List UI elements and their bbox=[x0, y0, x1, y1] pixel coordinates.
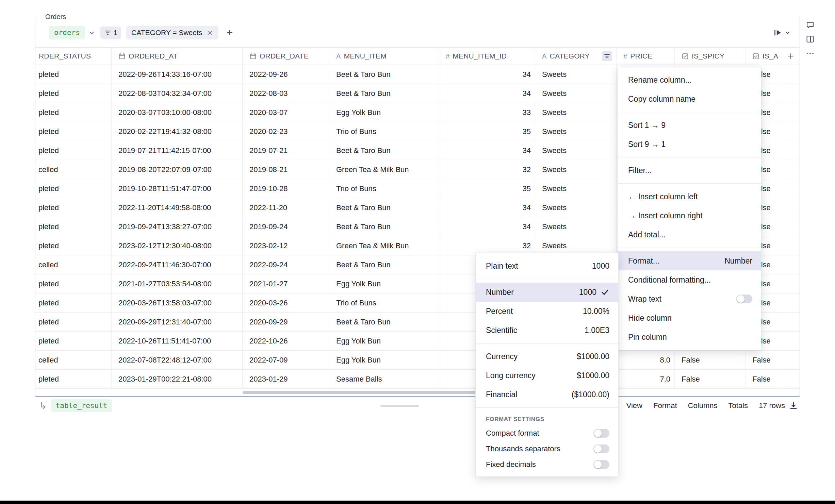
chevron-down-icon[interactable] bbox=[88, 29, 95, 36]
column-header-menu-item-id[interactable]: #MENU_ITEM_ID bbox=[439, 48, 535, 65]
menu-item-format[interactable]: Format...Number bbox=[618, 251, 761, 270]
add-filter-button[interactable] bbox=[224, 27, 236, 39]
cell-ordered-at[interactable]: 2020-03-07T03:10:00-08:00 bbox=[112, 103, 243, 122]
cell-menu-item-id[interactable]: 34 bbox=[439, 217, 535, 236]
cell-menu-item[interactable]: Green Tea & Milk Bun bbox=[329, 160, 439, 179]
column-header-is-a[interactable]: IS_A bbox=[746, 48, 781, 65]
cell-ordered-at[interactable]: 2020-02-22T19:41:32-08:00 bbox=[112, 122, 243, 141]
cell-menu-item-id[interactable]: 34 bbox=[439, 141, 535, 160]
toggle-switch[interactable] bbox=[736, 295, 752, 303]
cell-menu-item-id[interactable]: 32 bbox=[439, 160, 535, 179]
cell-ordered-at[interactable]: 2020-03-26T13:58:03-07:00 bbox=[112, 293, 243, 312]
cell-category[interactable]: Sweets bbox=[535, 84, 617, 103]
cell-order-date[interactable]: 2020-03-26 bbox=[243, 293, 329, 312]
menu-item-copy-column-name[interactable]: Copy column name bbox=[618, 89, 761, 108]
cell-rder-status[interactable]: celled bbox=[35, 351, 112, 369]
more-options-icon[interactable] bbox=[806, 49, 815, 58]
cell-ordered-at[interactable]: 2022-11-20T14:49:58-08:00 bbox=[112, 198, 243, 217]
cell-order-date[interactable]: 2021-01-27 bbox=[243, 274, 329, 293]
cell-menu-item[interactable]: Beet & Taro Bun bbox=[329, 141, 439, 160]
cell-order-date[interactable]: 2022-09-24 bbox=[243, 255, 329, 274]
chevron-down-icon[interactable] bbox=[785, 30, 791, 36]
cell-order-date[interactable]: 2023-02-12 bbox=[243, 236, 329, 255]
cell-menu-item[interactable]: Beet & Taro Bun bbox=[329, 198, 439, 217]
toggle-switch[interactable] bbox=[593, 460, 609, 469]
cell-ordered-at[interactable]: 2022-07-08T22:48:12-07:00 bbox=[112, 351, 243, 369]
cell-rder-status[interactable]: pleted bbox=[35, 84, 112, 103]
column-header-price[interactable]: #PRICE bbox=[617, 48, 675, 65]
cell-order-date[interactable]: 2022-08-03 bbox=[243, 84, 329, 103]
cell-menu-item[interactable]: Egg Yolk Bun bbox=[329, 274, 439, 293]
cell-rder-status[interactable]: pleted bbox=[35, 236, 112, 255]
cell-ordered-at[interactable]: 2022-09-24T11:46:30-07:00 bbox=[112, 255, 243, 274]
format-option-financial[interactable]: Financial($1000.00) bbox=[476, 385, 618, 404]
column-header-is-spicy[interactable]: IS_SPICY bbox=[675, 48, 746, 65]
cell-order-date[interactable]: 2022-09-26 bbox=[243, 65, 329, 84]
footer-action-columns[interactable]: Columns bbox=[688, 401, 718, 410]
menu-item-hide-column[interactable]: Hide column bbox=[618, 308, 761, 327]
cell-order-date[interactable]: 2020-02-23 bbox=[243, 122, 329, 141]
run-button[interactable] bbox=[773, 29, 791, 37]
column-header-rder-status[interactable]: RDER_STATUS bbox=[35, 48, 112, 65]
cell-menu-item[interactable]: Beet & Taro Bun bbox=[329, 84, 439, 103]
cell-order-date[interactable]: 2019-07-21 bbox=[243, 141, 329, 160]
cell-menu-item[interactable]: Egg Yolk Bun bbox=[329, 351, 439, 369]
cell-menu-item-id[interactable]: 33 bbox=[439, 103, 535, 122]
menu-item-rename-column[interactable]: Rename column... bbox=[618, 70, 761, 89]
cell-category[interactable]: Sweets bbox=[535, 179, 617, 198]
cell-rder-status[interactable]: pleted bbox=[35, 65, 112, 84]
cell-category[interactable]: Sweets bbox=[535, 141, 617, 160]
cell-rder-status[interactable]: pleted bbox=[35, 370, 112, 388]
cell-order-date[interactable]: 2022-11-20 bbox=[243, 198, 329, 217]
cell-ordered-at[interactable]: 2021-01-27T03:53:54-08:00 bbox=[112, 274, 243, 293]
menu-item-filter[interactable]: Filter... bbox=[618, 161, 761, 180]
column-header-order-date[interactable]: ORDER_DATE bbox=[243, 48, 329, 65]
result-pill[interactable]: table_result bbox=[51, 399, 112, 412]
cell-menu-item[interactable]: Trio of Buns bbox=[329, 122, 439, 141]
cell-order-date[interactable]: 2019-10-28 bbox=[243, 179, 329, 198]
cell-menu-item-id[interactable]: 34 bbox=[439, 84, 535, 103]
footer-action-view[interactable]: View bbox=[626, 401, 642, 410]
cell-rder-status[interactable]: pleted bbox=[35, 274, 112, 293]
add-column-button[interactable] bbox=[781, 48, 800, 65]
cell-is-a[interactable]: False bbox=[746, 370, 781, 388]
cell-price[interactable]: 8.0 bbox=[617, 351, 675, 369]
download-icon[interactable] bbox=[789, 401, 798, 410]
column-header-menu-item[interactable]: AMENU_ITEM bbox=[329, 48, 439, 65]
cell-rder-status[interactable]: celled bbox=[35, 160, 112, 179]
format-option-currency[interactable]: Currency$1000.00 bbox=[476, 347, 618, 366]
cell-category[interactable]: Sweets bbox=[535, 65, 617, 84]
filter-chip[interactable]: CATEGORY = Sweets bbox=[126, 26, 218, 39]
menu-item-sort-9-1[interactable]: Sort 9 → 1 bbox=[618, 135, 761, 154]
format-option-plain-text[interactable]: Plain text1000 bbox=[476, 256, 618, 275]
cell-order-date[interactable]: 2020-09-29 bbox=[243, 313, 329, 331]
cell-rder-status[interactable]: pleted bbox=[35, 179, 112, 198]
cell-rder-status[interactable]: pleted bbox=[35, 293, 112, 312]
cell-menu-item[interactable]: Egg Yolk Bun bbox=[329, 332, 439, 350]
cell-menu-item-id[interactable]: 34 bbox=[439, 65, 535, 84]
cell-ordered-at[interactable]: 2019-10-28T11:51:47-07:00 bbox=[112, 179, 243, 198]
cell-menu-item-id[interactable]: 35 bbox=[439, 122, 535, 141]
cell-price[interactable]: 7.0 bbox=[617, 370, 675, 388]
cell-ordered-at[interactable]: 2023-01-29T00:22:21-08:00 bbox=[112, 370, 243, 388]
cell-ordered-at[interactable]: 2019-08-20T22:07:09-07:00 bbox=[112, 160, 243, 179]
menu-item-sort-1-9[interactable]: Sort 1 → 9 bbox=[618, 116, 761, 135]
cell-menu-item[interactable]: Beet & Taro Bun bbox=[329, 217, 439, 236]
format-option-scientific[interactable]: Scientific1.00E3 bbox=[476, 321, 618, 340]
cell-ordered-at[interactable]: 2019-09-24T13:38:27-07:00 bbox=[112, 217, 243, 236]
cell-order-date[interactable]: 2019-08-21 bbox=[243, 160, 329, 179]
cell-category[interactable]: Sweets bbox=[535, 217, 617, 236]
cell-menu-item[interactable]: Beet & Taro Bun bbox=[329, 65, 439, 84]
cell-rder-status[interactable]: pleted bbox=[35, 217, 112, 236]
cell-rder-status[interactable]: pleted bbox=[35, 313, 112, 331]
cell-rder-status[interactable]: pleted bbox=[35, 198, 112, 217]
cell-rder-status[interactable]: pleted bbox=[35, 332, 112, 350]
layout-icon[interactable] bbox=[806, 35, 815, 44]
cell-ordered-at[interactable]: 2020-09-29T12:31:40-07:00 bbox=[112, 313, 243, 331]
cell-menu-item-id[interactable]: 32 bbox=[439, 236, 535, 255]
cell-is-a[interactable]: False bbox=[746, 351, 781, 369]
cell-ordered-at[interactable]: 2022-09-26T14:33:16-07:00 bbox=[112, 65, 243, 84]
cell-category[interactable]: Sweets bbox=[535, 122, 617, 141]
cell-ordered-at[interactable]: 2023-02-12T12:30:40-08:00 bbox=[112, 236, 243, 255]
cell-order-date[interactable]: 2022-10-26 bbox=[243, 332, 329, 350]
